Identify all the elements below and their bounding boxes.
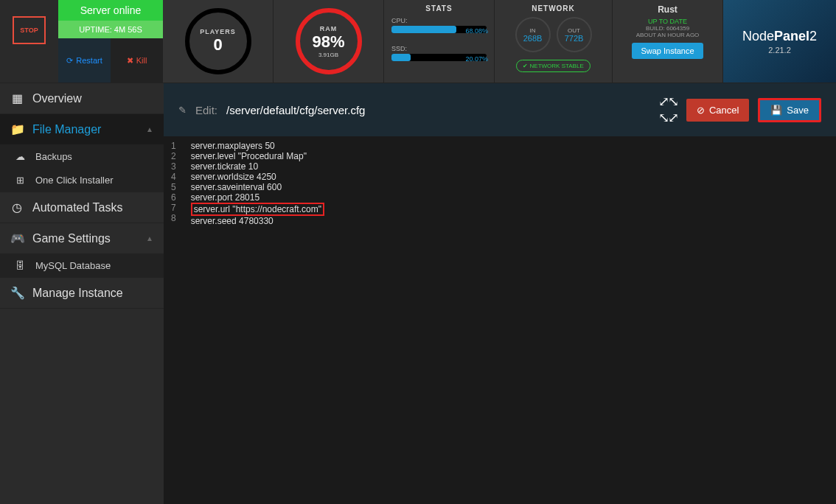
cancel-icon: ⊘	[697, 105, 705, 116]
net-out-val: 772B	[565, 34, 584, 43]
brand-version: 2.21.2	[768, 46, 791, 55]
save-icon: 💾	[770, 105, 782, 116]
nav-backups[interactable]: ☁ Backups	[0, 145, 164, 169]
net-out: OUT 772B	[557, 17, 592, 52]
ram-label: RAM	[320, 25, 338, 32]
players-label: PLAYERS	[200, 28, 236, 35]
brand-name: NodePanel2	[742, 29, 817, 44]
ram-gauge: RAM 98% 3.91GB	[274, 0, 384, 83]
network-stable: ✔ NETWORK STABLE	[516, 60, 590, 72]
top-bar: STOP Server online UPTIME: 4M 56S ⟳ Rest…	[0, 0, 836, 83]
edit-label: Edit:	[195, 104, 217, 116]
cancel-label: Cancel	[709, 105, 739, 116]
edit-bar: ✎ Edit: /server/default/cfg/server.cfg ⤢…	[164, 83, 836, 136]
nav-game-settings-label: Game Settings	[32, 232, 111, 245]
net-in-val: 268B	[523, 34, 543, 43]
net-out-label: OUT	[568, 27, 580, 34]
net-in-label: IN	[530, 27, 536, 34]
stats-block: STATS CPU: 68.08% SSD: 20.07%	[384, 0, 495, 83]
nav-backups-label: Backups	[35, 151, 72, 162]
nav-mysql-label: MySQL Database	[35, 260, 111, 271]
network-title: NETWORK	[502, 4, 605, 13]
nav-game-settings[interactable]: 🎮 Game Settings ▲	[0, 223, 164, 254]
net-in: IN 268B	[515, 17, 551, 52]
nav-one-click[interactable]: ⊞ One Click Installer	[0, 169, 164, 192]
gamepad-icon: 🎮	[10, 231, 24, 245]
uptime: UPTIME: 4M 56S	[58, 21, 163, 38]
players-value: 0	[213, 35, 222, 55]
restart-button[interactable]: ⟳ Restart	[58, 38, 111, 83]
cpu-label: CPU:	[391, 17, 408, 24]
database-icon: 🗄	[13, 260, 27, 271]
nav-file-manager-label: File Manager	[32, 123, 101, 136]
chevron-up-icon: ▲	[146, 234, 153, 242]
cancel-button[interactable]: ⊘ Cancel	[686, 99, 749, 122]
edit-path: /server/default/cfg/server.cfg	[226, 104, 365, 116]
fullscreen-button[interactable]: ⤢⤡⤡⤢	[658, 94, 677, 126]
stats-title: STATS	[391, 4, 487, 13]
ram-sub: 3.91GB	[318, 52, 338, 58]
chevron-up-icon: ▲	[146, 125, 153, 133]
kill-icon: ✖	[127, 56, 133, 66]
ram-value: 98%	[312, 32, 344, 52]
game-status: UP TO DATE	[620, 18, 715, 25]
wrench-icon: 🔧	[10, 286, 24, 300]
nav-automated-tasks[interactable]: ◷ Automated Tasks	[0, 192, 164, 223]
brand-block: NodePanel2 2.21.2	[723, 0, 836, 83]
ssd-label: SSD:	[391, 45, 407, 52]
ssd-pct: 20.07%	[465, 55, 488, 63]
cpu-pct: 68.08%	[465, 27, 488, 35]
game-ago: ABOUT AN HOUR AGO	[620, 32, 715, 38]
nav-file-manager[interactable]: 📁 File Manager ▲	[0, 114, 164, 145]
restart-icon: ⟳	[66, 56, 73, 66]
nav-overview[interactable]: ▦ Overview	[0, 83, 164, 114]
grid-icon: ▦	[10, 91, 24, 105]
game-name: Rust	[620, 4, 715, 15]
edit-icon: ✎	[178, 105, 187, 116]
kill-button[interactable]: ✖ Kill	[111, 38, 163, 83]
save-label: Save	[787, 105, 809, 116]
nav-manage-label: Manage Instance	[32, 287, 123, 300]
tasks-icon: ◷	[10, 200, 24, 214]
nav-overview-label: Overview	[32, 92, 82, 105]
game-build: BUILD: 6064359	[620, 25, 715, 32]
folder-icon: 📁	[10, 122, 24, 136]
save-button[interactable]: 💾 Save	[758, 98, 821, 122]
code-editor[interactable]: 12345678 server.maxplayers 50 server.lev…	[164, 136, 836, 504]
code-area[interactable]: server.maxplayers 50 server.level "Proce…	[184, 136, 332, 504]
network-block: NETWORK IN 268B OUT 772B ✔ NETWORK STABL…	[495, 0, 613, 83]
status-online: Server online	[58, 0, 163, 21]
players-gauge: PLAYERS 0	[163, 0, 274, 83]
restart-label: Restart	[76, 56, 102, 65]
server-status: Server online UPTIME: 4M 56S ⟳ Restart ✖…	[58, 0, 163, 83]
sidebar: ▦ Overview 📁 File Manager ▲ ☁ Backups ⊞ …	[0, 83, 164, 504]
apps-icon: ⊞	[13, 175, 27, 186]
nav-one-click-label: One Click Installer	[35, 175, 113, 186]
cloud-icon: ☁	[13, 151, 27, 162]
kill-label: Kill	[136, 56, 147, 65]
line-gutter: 12345678	[164, 136, 184, 504]
game-block: Rust UP TO DATE BUILD: 6064359 ABOUT AN …	[613, 0, 723, 83]
nav-manage-instance[interactable]: 🔧 Manage Instance	[0, 278, 164, 309]
stop-block: STOP	[0, 0, 58, 83]
swap-instance-button[interactable]: Swap Instance	[632, 43, 703, 59]
nav-automated-label: Automated Tasks	[32, 201, 122, 214]
nav-mysql[interactable]: 🗄 MySQL Database	[0, 254, 164, 278]
content: ✎ Edit: /server/default/cfg/server.cfg ⤢…	[164, 83, 836, 504]
stop-button[interactable]: STOP	[13, 16, 45, 44]
